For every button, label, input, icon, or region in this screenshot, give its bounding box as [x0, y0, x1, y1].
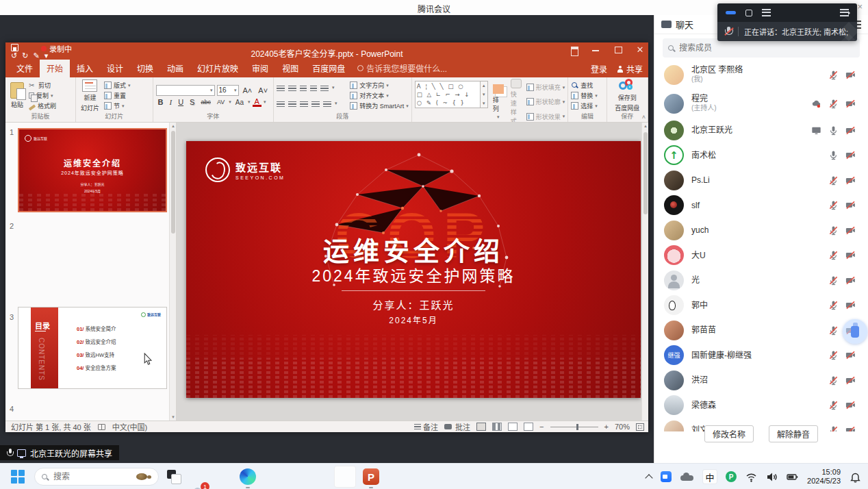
bullets-icon[interactable] [277, 84, 285, 91]
onedrive-icon[interactable]: 1 [190, 485, 207, 489]
tab-slideshow[interactable]: 幻灯片放映 [190, 60, 245, 77]
comments-button[interactable]: 批注 [444, 421, 470, 432]
copy-button[interactable]: 复制▾ [29, 91, 56, 100]
member-search[interactable] [663, 38, 860, 58]
replace-button[interactable]: 替换▾ [571, 91, 598, 100]
shapes-gallery[interactable]: A ¦ ╲ ╲ □ ○□ △ ∟ ⌐ → ↓○ ✎ ( ~ { } ▲▼▼ [415, 79, 488, 123]
shrink-font-icon[interactable]: A˅ [256, 86, 270, 95]
character-spacing-button[interactable]: AV [215, 99, 227, 105]
thumbnail-scrollbar[interactable]: ▲▼ [169, 123, 176, 421]
mic-muted-icon[interactable] [828, 250, 839, 260]
columns-icon[interactable] [323, 100, 331, 107]
clock[interactable]: 15:09 2024/5/23 [807, 468, 841, 486]
bold-button[interactable]: B [156, 98, 166, 106]
volume-icon[interactable] [766, 471, 778, 483]
taskbar-search-input[interactable] [52, 471, 115, 482]
underline-button[interactable]: U [176, 98, 186, 106]
font-size-combo[interactable]: 16▾ [217, 85, 239, 96]
camera-off-icon[interactable] [845, 99, 856, 109]
restore-window-icon[interactable] [745, 10, 752, 16]
font-name-combo[interactable]: ▾ [156, 85, 215, 96]
align-left-icon[interactable] [277, 100, 285, 107]
arrange-button[interactable]: 排列▾ [491, 79, 506, 123]
fit-to-window-icon[interactable] [636, 423, 644, 431]
camera-off-icon[interactable] [845, 375, 856, 386]
collapse-ribbon-icon[interactable]: ˄ [642, 114, 646, 121]
line-spacing-icon[interactable] [320, 84, 329, 91]
member-row[interactable]: 光 [654, 268, 868, 293]
member-row[interactable]: ↑ 南术松 [654, 143, 868, 168]
member-row[interactable]: Ps.Li [654, 168, 868, 193]
mic-muted-icon[interactable] [828, 300, 839, 310]
smartart-button[interactable]: 转换为 SmartArt▾ [350, 101, 409, 110]
align-center-icon[interactable] [288, 100, 296, 107]
find-button[interactable]: 查找 [571, 81, 598, 90]
camera-off-icon[interactable] [845, 200, 856, 210]
tab-insert[interactable]: 插入 [70, 60, 100, 77]
minimize-icon[interactable] [591, 45, 602, 55]
member-row[interactable]: yuch [654, 218, 868, 243]
camera-off-icon[interactable] [845, 400, 856, 410]
search-input[interactable] [678, 42, 854, 53]
slide-editor[interactable]: 致远互联SEEYON.COM COP 运维安全介绍 2024年致远安全护网策略 … [186, 141, 641, 398]
mic-muted-icon[interactable] [828, 99, 839, 109]
mic-muted-icon[interactable] [828, 350, 839, 360]
select-button[interactable]: 选择▾ [571, 101, 598, 110]
zoom-in-icon[interactable]: + [604, 423, 609, 431]
text-shadow-button[interactable]: S [188, 98, 196, 106]
shape-effects-button[interactable]: 形状效果▾ [526, 112, 565, 121]
ribbon-options-icon[interactable] [569, 45, 580, 55]
quick-styles-button[interactable]: 快速样式 [509, 79, 524, 123]
member-row[interactable]: 郭苗苗 [654, 318, 868, 343]
slide-canvas[interactable]: 致远互联SEEYON.COM COP 运维安全介绍 2024年致远安全护网策略 … [177, 123, 641, 421]
share-button[interactable]: 共享 [617, 63, 643, 75]
mic-muted-icon[interactable] [828, 175, 839, 186]
tab-file[interactable]: 文件 [10, 60, 40, 77]
tab-transitions[interactable]: 切换 [130, 60, 160, 77]
expand-panel-icon[interactable] [840, 9, 849, 16]
meeting-tray-icon[interactable] [661, 471, 672, 482]
tab-animations[interactable]: 动画 [160, 60, 190, 77]
task-view-button[interactable] [166, 468, 182, 485]
camera-off-icon[interactable] [845, 150, 856, 160]
justify-icon[interactable] [311, 100, 320, 107]
spellcheck-icon[interactable] [98, 424, 105, 430]
tab-view[interactable]: 视图 [275, 60, 305, 77]
zoom-out-icon[interactable]: − [539, 423, 544, 431]
camera-off-icon[interactable] [845, 70, 856, 80]
mic-on-icon[interactable] [828, 125, 839, 136]
format-painter-button[interactable]: 格式刷 [29, 101, 56, 110]
layout-button[interactable]: 版式▾ [104, 81, 131, 90]
language-status[interactable]: 中文(中国) [112, 421, 147, 432]
camera-off-icon[interactable] [845, 175, 856, 186]
change-case-button[interactable]: Aa [233, 99, 246, 106]
close-icon[interactable]: × [857, 1, 863, 12]
mic-muted-icon[interactable] [828, 275, 839, 286]
floating-assistant-icon[interactable] [843, 319, 867, 344]
notes-button[interactable]: 备注 [414, 421, 438, 432]
cut-button[interactable]: 剪切 [29, 81, 56, 90]
start-button[interactable] [11, 470, 25, 484]
save-to-baidu-button[interactable]: 保存到百度网盘 [613, 79, 641, 112]
camera-off-icon[interactable] [845, 250, 856, 260]
camera-off-icon[interactable] [845, 125, 856, 136]
align-right-icon[interactable] [300, 100, 308, 107]
tray-expand-icon[interactable] [645, 474, 652, 481]
shapes-scroll[interactable]: ▲▼▼ [481, 81, 488, 108]
text-direction-button[interactable]: 文字方向▾ [350, 81, 409, 90]
mic-muted-icon[interactable] [828, 375, 839, 386]
camera-off-icon[interactable] [845, 225, 856, 236]
member-list-icon[interactable] [762, 9, 771, 16]
member-row[interactable]: 大U [654, 243, 868, 268]
section-button[interactable]: 节▾ [104, 101, 131, 110]
mic-muted-icon[interactable] [828, 325, 839, 336]
camera-off-icon[interactable] [845, 275, 856, 286]
taskbar-search[interactable] [34, 468, 159, 486]
tab-review[interactable]: 审阅 [245, 60, 275, 77]
camera-off-icon[interactable] [845, 300, 856, 310]
new-slide-button[interactable]: 新建幻灯片 [79, 79, 101, 112]
italic-button[interactable]: I [167, 98, 174, 106]
align-text-button[interactable]: 对齐文本▾ [350, 91, 409, 100]
member-row[interactable]: 郭中 [654, 293, 868, 318]
slide-thumbnail-panel[interactable]: 1 致远互联 运维安全介绍 2024年致远安全护网策略 分享人：王跃光 2024… [5, 123, 177, 421]
